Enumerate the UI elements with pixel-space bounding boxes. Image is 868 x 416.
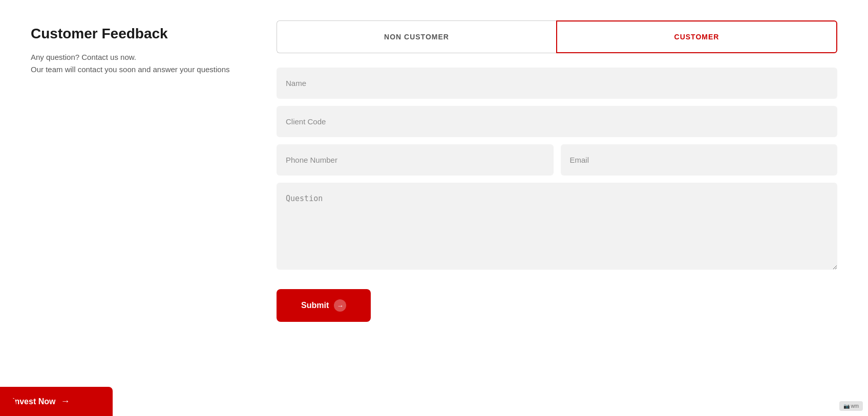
left-section: Customer Feedback Any question? Contact … bbox=[31, 20, 246, 396]
description-line1: Any question? Contact us now. Our team w… bbox=[31, 51, 246, 76]
watermark: 📷 wm bbox=[839, 401, 863, 411]
submit-button[interactable]: Submit → bbox=[277, 289, 371, 322]
invest-arrow-icon: → bbox=[60, 396, 70, 407]
submit-row: Submit → bbox=[277, 289, 837, 322]
question-textarea[interactable] bbox=[277, 183, 837, 270]
email-input[interactable] bbox=[561, 144, 838, 176]
right-section: NON CUSTOMER CUSTOMER Submit bbox=[277, 20, 837, 396]
submit-label: Submit bbox=[301, 301, 329, 310]
name-input[interactable] bbox=[277, 68, 837, 99]
client-code-input[interactable] bbox=[277, 106, 837, 137]
tab-non-customer[interactable]: NON CUSTOMER bbox=[277, 20, 556, 53]
invest-now-label: Invest Now bbox=[12, 397, 55, 406]
page-wrapper: Customer Feedback Any question? Contact … bbox=[0, 0, 868, 416]
invest-now-bar[interactable]: Invest Now → bbox=[0, 387, 113, 416]
tab-row: NON CUSTOMER CUSTOMER bbox=[277, 20, 837, 53]
tab-customer[interactable]: CUSTOMER bbox=[556, 20, 837, 53]
phone-input[interactable] bbox=[277, 144, 554, 176]
submit-arrow-icon: → bbox=[334, 299, 346, 312]
phone-email-row bbox=[277, 144, 837, 176]
form-section: Submit → bbox=[277, 68, 837, 322]
page-title: Customer Feedback bbox=[31, 26, 246, 42]
